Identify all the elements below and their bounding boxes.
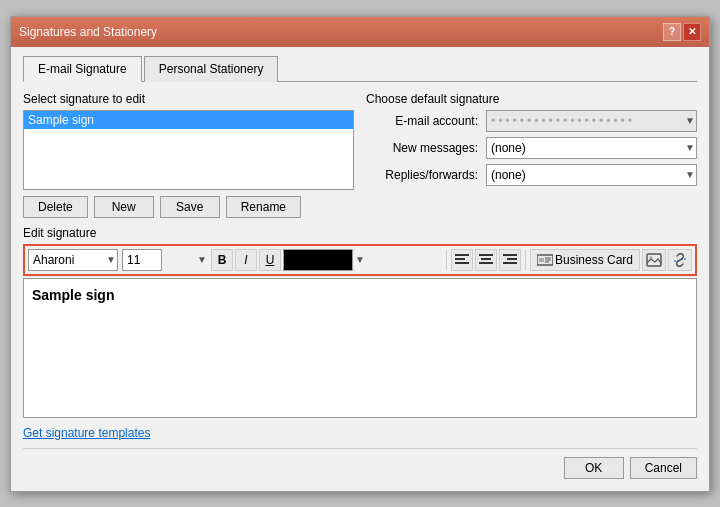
new-messages-label: New messages: bbox=[366, 141, 486, 155]
choose-default-label: Choose default signature bbox=[366, 92, 697, 106]
new-messages-row: New messages: (none) ▼ bbox=[366, 137, 697, 159]
dialog-title: Signatures and Stationery bbox=[19, 25, 157, 39]
hyperlink-icon bbox=[672, 253, 688, 267]
email-account-label: E-mail account: bbox=[366, 114, 486, 128]
italic-button[interactable]: I bbox=[235, 249, 257, 271]
underline-button[interactable]: U bbox=[259, 249, 281, 271]
font-name-select[interactable]: Aharoni bbox=[28, 249, 118, 271]
toolbar-divider-2 bbox=[525, 250, 526, 270]
business-card-icon bbox=[537, 253, 553, 267]
edit-signature-section: Edit signature Aharoni ▼ 11 ▼ bbox=[23, 226, 697, 440]
align-right-button[interactable] bbox=[499, 249, 521, 271]
ok-button[interactable]: OK bbox=[564, 457, 624, 479]
insert-picture-icon bbox=[646, 253, 662, 267]
delete-button[interactable]: Delete bbox=[23, 196, 88, 218]
insert-picture-button[interactable] bbox=[642, 249, 666, 271]
replies-label: Replies/forwards: bbox=[366, 168, 486, 182]
tab-personal-stationery[interactable]: Personal Stationery bbox=[144, 56, 279, 82]
help-button[interactable]: ? bbox=[663, 23, 681, 41]
new-messages-select[interactable]: (none) bbox=[486, 137, 697, 159]
signature-list-item[interactable]: Sample sign bbox=[24, 111, 353, 129]
svg-rect-6 bbox=[503, 254, 517, 256]
template-link[interactable]: Get signature templates bbox=[23, 426, 150, 440]
new-button[interactable]: New bbox=[94, 196, 154, 218]
color-arrow-wrapper: ▼ bbox=[355, 254, 442, 265]
svg-rect-7 bbox=[507, 258, 517, 260]
align-center-icon bbox=[479, 254, 493, 266]
close-button[interactable]: ✕ bbox=[683, 23, 701, 41]
signature-toolbar: Aharoni ▼ 11 ▼ B I U bbox=[23, 244, 697, 276]
color-picker[interactable] bbox=[283, 249, 353, 271]
save-button[interactable]: Save bbox=[160, 196, 220, 218]
right-column: Choose default signature E-mail account:… bbox=[366, 92, 697, 218]
svg-rect-10 bbox=[539, 258, 544, 262]
svg-rect-5 bbox=[479, 262, 493, 264]
svg-rect-3 bbox=[479, 254, 493, 256]
toolbar-divider-1 bbox=[446, 250, 447, 270]
dialog-content: E-mail Signature Personal Stationery Sel… bbox=[11, 47, 709, 491]
svg-rect-8 bbox=[503, 262, 517, 264]
new-messages-wrapper: (none) ▼ bbox=[486, 137, 697, 159]
replies-wrapper: (none) ▼ bbox=[486, 164, 697, 186]
rename-button[interactable]: Rename bbox=[226, 196, 301, 218]
tab-email-signature[interactable]: E-mail Signature bbox=[23, 56, 142, 82]
align-left-icon bbox=[455, 254, 469, 266]
replies-row: Replies/forwards: (none) ▼ bbox=[366, 164, 697, 186]
svg-rect-0 bbox=[455, 254, 469, 256]
font-name-wrapper: Aharoni ▼ bbox=[28, 249, 118, 271]
email-account-input[interactable] bbox=[486, 110, 697, 132]
align-left-button[interactable] bbox=[451, 249, 473, 271]
left-column: Select signature to edit Sample sign Del… bbox=[23, 92, 354, 218]
sig-action-buttons: Delete New Save Rename bbox=[23, 196, 354, 218]
tab-bar: E-mail Signature Personal Stationery bbox=[23, 55, 697, 82]
svg-rect-1 bbox=[455, 258, 465, 260]
svg-rect-2 bbox=[455, 262, 469, 264]
signatures-dialog: Signatures and Stationery ? ✕ E-mail Sig… bbox=[10, 16, 710, 492]
business-card-button[interactable]: Business Card bbox=[530, 249, 640, 271]
font-size-wrapper: 11 ▼ bbox=[122, 249, 209, 271]
title-bar-buttons: ? ✕ bbox=[663, 23, 701, 41]
title-bar: Signatures and Stationery ? ✕ bbox=[11, 17, 709, 47]
hyperlink-button[interactable] bbox=[668, 249, 692, 271]
font-size-select[interactable]: 11 bbox=[122, 249, 162, 271]
email-account-row: E-mail account: ▼ bbox=[366, 110, 697, 132]
replies-select[interactable]: (none) bbox=[486, 164, 697, 186]
edit-sig-heading: Edit signature bbox=[23, 226, 697, 240]
email-account-wrapper: ▼ bbox=[486, 110, 697, 132]
font-size-arrow: ▼ bbox=[197, 254, 207, 265]
cancel-button[interactable]: Cancel bbox=[630, 457, 697, 479]
two-col-layout: Select signature to edit Sample sign Del… bbox=[23, 92, 697, 218]
footer-buttons: OK Cancel bbox=[23, 448, 697, 479]
signature-list[interactable]: Sample sign bbox=[23, 110, 354, 190]
signature-editor[interactable]: Sample sign bbox=[23, 278, 697, 418]
align-right-icon bbox=[503, 254, 517, 266]
signature-content[interactable]: Sample sign bbox=[32, 287, 688, 303]
align-center-button[interactable] bbox=[475, 249, 497, 271]
select-sig-label: Select signature to edit bbox=[23, 92, 354, 106]
bold-button[interactable]: B bbox=[211, 249, 233, 271]
svg-rect-4 bbox=[481, 258, 491, 260]
color-dropdown-arrow[interactable]: ▼ bbox=[355, 254, 365, 265]
